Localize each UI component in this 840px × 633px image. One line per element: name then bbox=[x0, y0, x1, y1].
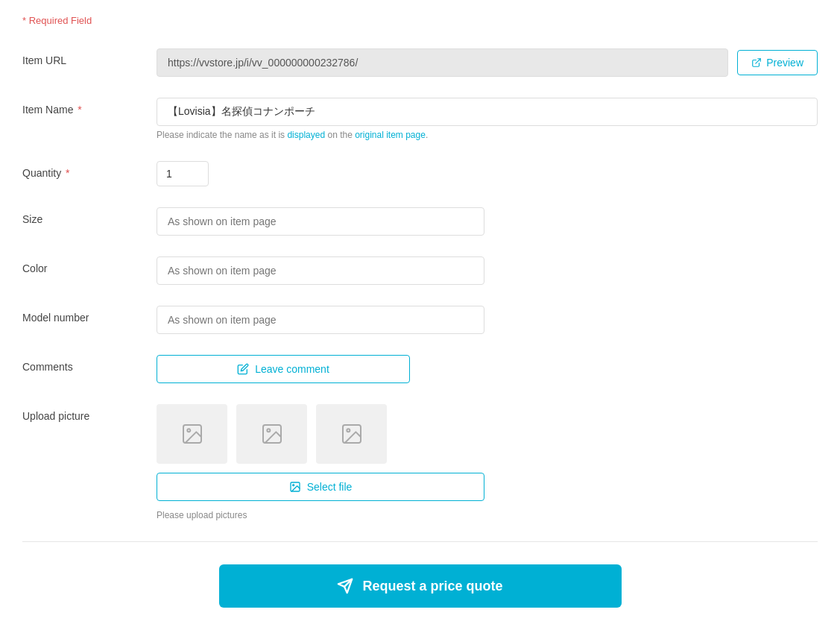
quantity-row: Quantity * bbox=[22, 161, 818, 186]
color-input[interactable] bbox=[157, 256, 484, 285]
image-icon-1 bbox=[180, 422, 204, 446]
svg-point-8 bbox=[292, 485, 294, 486]
color-row: Color bbox=[22, 256, 818, 285]
image-placeholder-1 bbox=[157, 404, 227, 464]
item-name-hint: Please indicate the name as it is displa… bbox=[157, 130, 818, 140]
send-icon bbox=[337, 578, 353, 594]
item-name-row: Item Name * Please indicate the name as … bbox=[22, 98, 818, 140]
upload-picture-label: Upload picture bbox=[22, 404, 157, 422]
model-number-label: Model number bbox=[22, 306, 157, 324]
color-content bbox=[157, 256, 818, 285]
item-url-label: Item URL bbox=[22, 48, 157, 66]
image-placeholder-2 bbox=[236, 404, 307, 464]
comments-label: Comments bbox=[22, 355, 157, 373]
required-notice: * Required Field bbox=[22, 15, 818, 26]
svg-point-2 bbox=[187, 429, 190, 432]
image-upload-icon bbox=[289, 481, 301, 493]
submit-row: Request a price quote bbox=[22, 564, 818, 608]
image-placeholder-3 bbox=[316, 404, 387, 464]
leave-comment-button[interactable]: Leave comment bbox=[157, 355, 410, 383]
size-row: Size bbox=[22, 207, 818, 236]
select-file-button[interactable]: Select file bbox=[157, 473, 484, 501]
svg-point-4 bbox=[267, 429, 270, 432]
image-icon-2 bbox=[260, 422, 284, 446]
comments-content: Leave comment bbox=[157, 355, 818, 383]
comments-row: Comments Leave comment bbox=[22, 355, 818, 383]
item-url-input[interactable] bbox=[157, 48, 728, 77]
preview-button[interactable]: Preview bbox=[737, 50, 818, 75]
divider bbox=[22, 541, 818, 542]
quantity-label: Quantity * bbox=[22, 161, 157, 179]
item-name-input[interactable] bbox=[157, 98, 818, 126]
item-name-label: Item Name * bbox=[22, 98, 157, 116]
size-input[interactable] bbox=[157, 207, 484, 236]
color-label: Color bbox=[22, 256, 157, 274]
size-label: Size bbox=[22, 207, 157, 225]
size-content bbox=[157, 207, 818, 236]
item-name-content: Please indicate the name as it is displa… bbox=[157, 98, 818, 140]
quantity-required-star: * bbox=[63, 167, 69, 179]
upload-hint: Please upload pictures bbox=[157, 510, 818, 520]
upload-picture-content: Select file Please upload pictures bbox=[157, 404, 818, 520]
quantity-input[interactable] bbox=[157, 161, 209, 186]
svg-point-6 bbox=[347, 429, 350, 432]
svg-line-0 bbox=[756, 59, 760, 63]
quantity-content bbox=[157, 161, 818, 186]
image-icon-3 bbox=[340, 422, 364, 446]
image-previews bbox=[157, 404, 818, 464]
item-url-row: Item URL Preview bbox=[22, 48, 818, 77]
model-number-input[interactable] bbox=[157, 306, 484, 334]
external-link-icon bbox=[751, 57, 762, 68]
required-star: * bbox=[75, 104, 81, 116]
request-quote-button[interactable]: Request a price quote bbox=[219, 564, 622, 608]
item-url-content: Preview bbox=[157, 48, 818, 77]
edit-icon bbox=[237, 363, 249, 375]
model-number-row: Model number bbox=[22, 306, 818, 334]
model-number-content bbox=[157, 306, 818, 334]
upload-picture-row: Upload picture bbox=[22, 404, 818, 520]
